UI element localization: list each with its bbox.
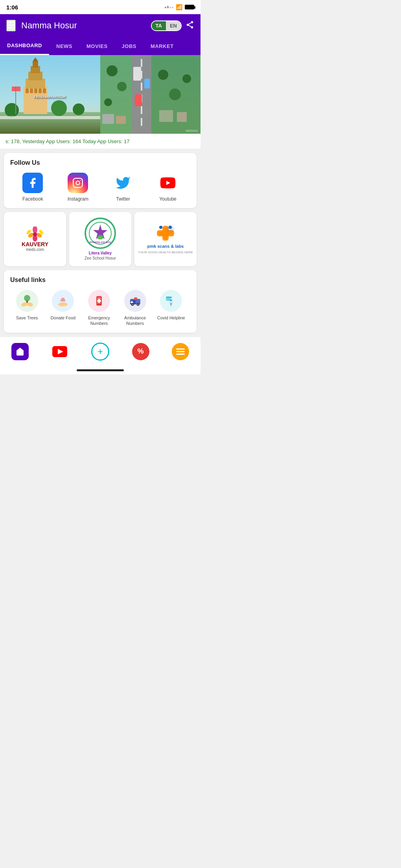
tab-dashboard[interactable]: DASHBOARD: [0, 37, 49, 55]
pmk-scans-ad[interactable]: pmk scans & labs YOUR GOOD HEALTH BEGINS…: [134, 212, 197, 266]
donate-food-label: Donate Food: [51, 315, 76, 321]
covid-helpline-item[interactable]: COVID Covid Helpline: [154, 290, 188, 326]
svg-rect-13: [26, 88, 29, 93]
pmk-icon: [155, 224, 176, 242]
facebook-icon: [22, 173, 43, 193]
svg-point-37: [104, 98, 112, 106]
home-icon: [11, 343, 29, 360]
nav-tabs: DASHBOARD NEWS MOVIES JOBS MARKET: [0, 37, 200, 55]
svg-rect-22: [12, 87, 20, 91]
svg-rect-98: [176, 348, 185, 350]
bottom-menu[interactable]: [167, 341, 194, 362]
svg-point-2: [191, 26, 193, 28]
discount-icon: %: [132, 343, 149, 360]
youtube-item[interactable]: Youtube: [158, 173, 178, 202]
header: ☰ Namma Hosur TA EN: [0, 14, 200, 37]
svg-rect-99: [176, 351, 185, 352]
save-trees-label: Save Trees: [16, 315, 38, 321]
banner: FB/NAMMAHOSUR: [0, 55, 200, 134]
svg-point-20: [73, 103, 85, 115]
kauvery-subtitle: meds.com: [26, 247, 44, 252]
follow-us-title: Follow Us: [10, 159, 190, 166]
covid-helpline-label: Covid Helpline: [157, 315, 185, 321]
add-icon: +: [91, 343, 109, 361]
donate-food-item[interactable]: Donate Food: [46, 290, 80, 326]
facebook-item[interactable]: Facebook: [22, 173, 43, 202]
svg-point-75: [58, 302, 68, 306]
svg-line-4: [189, 22, 191, 24]
svg-rect-23: [0, 116, 100, 119]
tab-market[interactable]: MARKET: [143, 37, 181, 55]
svg-point-87: [132, 304, 133, 305]
youtube-icon: [158, 173, 178, 193]
twitter-item[interactable]: Twitter: [113, 173, 133, 202]
advertisers-row: KAUVERY meds.com POTENTIAL EST IN US Lit…: [4, 212, 197, 266]
ticker: s: 178, Yesterday App Users: 164 Today A…: [0, 134, 200, 149]
svg-point-59: [33, 232, 37, 236]
svg-rect-45: [116, 116, 126, 124]
status-time: 1:06: [6, 4, 18, 11]
ambulance-numbers-item[interactable]: Ambulance Numbers: [118, 290, 152, 326]
hamburger-menu[interactable]: ☰: [6, 20, 16, 31]
ticker-text: s: 178, Yesterday App Users: 164 Today A…: [6, 138, 130, 144]
svg-rect-49: [74, 178, 83, 187]
emergency-numbers-item[interactable]: Emergency Numbers: [82, 290, 116, 326]
bottom-home[interactable]: [7, 341, 33, 362]
svg-text:MEDIAS: MEDIAS: [186, 129, 198, 133]
follow-us-card: Follow Us Facebook Instagram: [4, 153, 197, 208]
home-indicator: [0, 366, 200, 374]
social-grid: Facebook Instagram Twitter: [10, 173, 190, 202]
svg-rect-41: [133, 67, 141, 81]
svg-rect-16: [39, 88, 42, 93]
litera-valley-ad[interactable]: POTENTIAL EST IN US Litera ValleyZee Sch…: [69, 212, 131, 266]
litera-logo: POTENTIAL EST IN US Litera ValleyZee Sch…: [85, 217, 116, 261]
instagram-item[interactable]: Instagram: [68, 173, 88, 202]
pmk-subtitle: YOUR GOOD HEALTH BEGINS HERE: [138, 251, 193, 254]
svg-rect-15: [34, 88, 37, 93]
svg-rect-43: [144, 79, 150, 88]
status-icons: 📶: [165, 4, 194, 10]
tab-jobs[interactable]: JOBS: [115, 37, 143, 55]
svg-rect-14: [30, 88, 33, 93]
tab-movies[interactable]: MOVIES: [79, 37, 115, 55]
save-trees-item[interactable]: Save Trees: [10, 290, 44, 326]
svg-rect-100: [176, 354, 185, 355]
language-toggle[interactable]: TA EN: [151, 20, 182, 31]
twitter-label: Twitter: [116, 196, 130, 202]
app-title: Namma Hosur: [21, 20, 77, 31]
svg-point-70: [169, 226, 172, 229]
header-left: ☰ Namma Hosur: [6, 20, 77, 31]
bottom-youtube[interactable]: [46, 341, 73, 362]
bottom-add[interactable]: +: [86, 341, 114, 362]
litera-circle: POTENTIAL EST IN US: [85, 217, 116, 249]
covid-helpline-icon: COVID: [160, 290, 182, 312]
kauvery-ad[interactable]: KAUVERY meds.com: [4, 212, 66, 266]
svg-line-3: [189, 25, 191, 27]
svg-rect-29: [141, 83, 142, 90]
pmk-logo: pmk scans & labs YOUR GOOD HEALTH BEGINS…: [138, 224, 193, 254]
svg-point-39: [169, 88, 181, 100]
kauvery-logo: KAUVERY meds.com: [22, 227, 48, 252]
tab-news[interactable]: NEWS: [49, 37, 79, 55]
svg-rect-11: [33, 61, 38, 68]
lang-en-button[interactable]: EN: [166, 21, 181, 30]
svg-rect-94: [171, 304, 171, 306]
svg-point-36: [117, 82, 127, 91]
ambulance-numbers-label: Ambulance Numbers: [118, 315, 152, 326]
svg-point-69: [159, 226, 162, 229]
svg-rect-17: [43, 88, 46, 93]
battery-icon: [185, 5, 194, 9]
donate-food-icon: [52, 290, 74, 312]
svg-rect-44: [102, 114, 114, 124]
svg-point-0: [191, 21, 193, 23]
banner-right: MEDIAS: [100, 55, 200, 134]
svg-rect-80: [97, 300, 101, 302]
bottom-discount[interactable]: %: [127, 341, 154, 362]
lang-ta-button[interactable]: TA: [152, 21, 166, 30]
twitter-icon: [113, 173, 133, 193]
header-right: TA EN: [151, 20, 194, 31]
useful-links-section: Useful links Save Trees: [4, 270, 197, 333]
share-button[interactable]: [186, 20, 194, 31]
ambulance-numbers-icon: [124, 290, 146, 312]
useful-links-grid: Save Trees Donate Food: [10, 290, 190, 326]
